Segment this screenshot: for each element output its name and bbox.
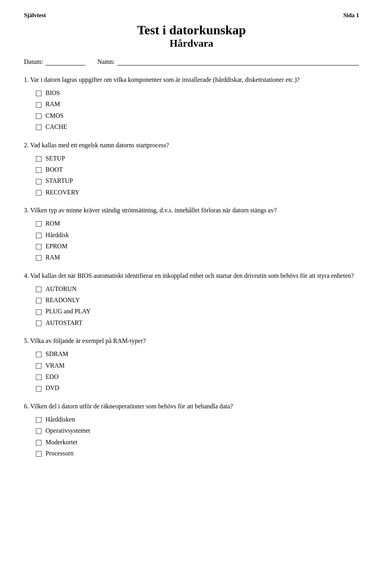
question-3-option-3[interactable]: EPROM xyxy=(36,242,359,251)
datum-label: Datum: xyxy=(24,58,43,65)
option-label: EPROM xyxy=(45,242,67,251)
question-6-option-2[interactable]: Operativsystemet xyxy=(36,426,359,435)
question-6-text: 6. Vilken del i datorn utför de räkneope… xyxy=(24,402,359,411)
question-4-options: AUTORUNREADONLYPLUG and PLAYAUTOSTART xyxy=(24,285,359,328)
question-2: 2. Vad kallas med ett engelsk namn dator… xyxy=(24,141,359,197)
option-label: DVD xyxy=(45,384,59,392)
question-4-text: 4. Vad kallas det när BIOS automatiskt i… xyxy=(24,271,359,281)
questions-container: 1. Var i datorn lagras uppgifter om vilk… xyxy=(24,75,359,458)
option-label: Hårddisken xyxy=(45,415,75,424)
option-label: AUTORUN xyxy=(45,285,77,293)
question-5-options: SDRAMVRAMEDODVD xyxy=(24,350,359,393)
question-4-option-4[interactable]: AUTOSTART xyxy=(36,319,359,327)
checkbox-icon[interactable] xyxy=(36,298,41,303)
question-2-options: SETUPBOOTSTARTUPRECOVERY xyxy=(24,154,359,197)
checkbox-icon[interactable] xyxy=(36,428,41,434)
option-label: CACHE xyxy=(45,123,67,131)
question-5-text: 5. Vilka av följande är exempel på RAM-t… xyxy=(24,336,359,346)
checkbox-icon[interactable] xyxy=(36,352,41,357)
main-title: Test i datorkunskap xyxy=(24,23,359,38)
option-label: VRAM xyxy=(45,361,65,370)
question-2-option-3[interactable]: STARTUP xyxy=(36,176,359,185)
checkbox-icon[interactable] xyxy=(36,102,41,108)
option-label: Processorn xyxy=(45,449,73,458)
checkbox-icon[interactable] xyxy=(36,244,41,249)
option-label: READONLY xyxy=(45,296,80,305)
sub-title: Hårdvara xyxy=(24,38,359,49)
checkbox-icon[interactable] xyxy=(36,125,41,130)
option-label: RAM xyxy=(45,100,60,109)
option-label: SDRAM xyxy=(45,350,68,358)
option-label: STARTUP xyxy=(45,176,73,185)
namn-label: Namn: xyxy=(97,58,115,65)
question-6-options: HårddiskenOperativsystemetModerkortetPro… xyxy=(24,415,359,458)
question-5-option-4[interactable]: DVD xyxy=(36,384,359,392)
checkbox-icon[interactable] xyxy=(36,190,41,196)
question-5: 5. Vilka av följande är exempel på RAM-t… xyxy=(24,336,359,393)
question-6: 6. Vilken del i datorn utför de räkneope… xyxy=(24,402,359,458)
option-label: EDO xyxy=(45,372,59,381)
option-label: AUTOSTART xyxy=(45,319,83,327)
title-block: Test i datorkunskap Hårdvara xyxy=(24,23,359,49)
checkbox-icon[interactable] xyxy=(36,321,41,326)
option-label: Hårddisk xyxy=(45,231,69,240)
question-5-option-2[interactable]: VRAM xyxy=(36,361,359,370)
checkbox-icon[interactable] xyxy=(36,287,41,292)
checkbox-icon[interactable] xyxy=(36,113,41,119)
question-4-option-2[interactable]: READONLY xyxy=(36,296,359,305)
checkbox-icon[interactable] xyxy=(36,386,41,392)
question-6-option-3[interactable]: Moderkortet xyxy=(36,438,359,447)
question-2-option-1[interactable]: SETUP xyxy=(36,154,359,163)
checkbox-icon[interactable] xyxy=(36,156,41,162)
question-1-text: 1. Var i datorn lagras uppgifter om vilk… xyxy=(24,75,359,85)
option-label: CMOS xyxy=(45,111,63,120)
question-1-option-4[interactable]: CACHE xyxy=(36,123,359,131)
checkbox-icon[interactable] xyxy=(36,91,41,96)
checkbox-icon[interactable] xyxy=(36,167,41,173)
question-2-text: 2. Vad kallas med ett engelsk namn dator… xyxy=(24,141,359,150)
question-4-option-3[interactable]: PLUG and PLAY xyxy=(36,307,359,316)
checkbox-icon[interactable] xyxy=(36,179,41,184)
question-1: 1. Var i datorn lagras uppgifter om vilk… xyxy=(24,75,359,132)
datum-field: Datum: xyxy=(24,57,85,65)
checkbox-icon[interactable] xyxy=(36,363,41,369)
option-label: ROM xyxy=(45,219,60,228)
checkbox-icon[interactable] xyxy=(36,374,41,380)
question-3-option-1[interactable]: ROM xyxy=(36,219,359,228)
sida-label: Sida 1 xyxy=(343,12,359,19)
question-1-option-2[interactable]: RAM xyxy=(36,100,359,109)
sjalvtest-label: Självtest xyxy=(24,12,46,19)
namn-field: Namn: xyxy=(97,57,359,65)
question-4: 4. Vad kallas det när BIOS automatiskt i… xyxy=(24,271,359,328)
checkbox-icon[interactable] xyxy=(36,233,41,238)
question-2-option-2[interactable]: BOOT xyxy=(36,165,359,174)
checkbox-icon[interactable] xyxy=(36,440,41,445)
question-1-option-3[interactable]: CMOS xyxy=(36,111,359,120)
question-3: 3. Vilken typ av minne kräver ständig st… xyxy=(24,206,359,262)
checkbox-icon[interactable] xyxy=(36,221,41,227)
checkbox-icon[interactable] xyxy=(36,255,41,261)
question-5-option-1[interactable]: SDRAM xyxy=(36,350,359,358)
option-label: SETUP xyxy=(45,154,65,163)
question-4-option-1[interactable]: AUTORUN xyxy=(36,285,359,293)
namn-input[interactable] xyxy=(117,57,359,65)
question-2-option-4[interactable]: RECOVERY xyxy=(36,188,359,197)
question-1-options: BIOSRAMCMOSCACHE xyxy=(24,89,359,132)
question-3-option-4[interactable]: RAM xyxy=(36,253,359,262)
question-3-text: 3. Vilken typ av minne kräver ständig st… xyxy=(24,206,359,215)
datum-namn-row: Datum: Namn: xyxy=(24,57,359,65)
question-6-option-4[interactable]: Processorn xyxy=(36,449,359,458)
question-5-option-3[interactable]: EDO xyxy=(36,372,359,381)
page-header: Självtest Sida 1 xyxy=(24,12,359,19)
option-label: PLUG and PLAY xyxy=(45,307,91,316)
option-label: Operativsystemet xyxy=(45,426,90,435)
checkbox-icon[interactable] xyxy=(36,451,41,457)
checkbox-icon[interactable] xyxy=(36,417,41,423)
datum-input[interactable] xyxy=(45,57,85,65)
question-6-option-1[interactable]: Hårddisken xyxy=(36,415,359,424)
option-label: BOOT xyxy=(45,165,63,174)
question-3-option-2[interactable]: Hårddisk xyxy=(36,231,359,240)
checkbox-icon[interactable] xyxy=(36,309,41,315)
question-1-option-1[interactable]: BIOS xyxy=(36,89,359,97)
option-label: Moderkortet xyxy=(45,438,77,447)
